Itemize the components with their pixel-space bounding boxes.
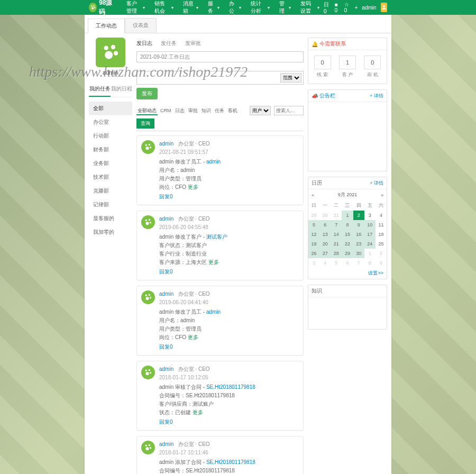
- cal-day[interactable]: 5: [331, 258, 342, 268]
- cal-day[interactable]: 18: [376, 230, 387, 239]
- cal-day[interactable]: 15: [342, 230, 353, 239]
- dept-item[interactable]: 技术部: [89, 170, 132, 184]
- cal-day[interactable]: 2: [353, 211, 364, 220]
- filter-tab[interactable]: CRM: [159, 107, 172, 114]
- feed-link[interactable]: 测试客户: [206, 234, 227, 240]
- filter-tab[interactable]: 审批: [187, 107, 199, 114]
- topnav-item[interactable]: 发码设置 ▾: [296, 0, 324, 18]
- dept-item[interactable]: 全部: [89, 102, 132, 115]
- kpi-item[interactable]: 0线 索: [314, 56, 331, 78]
- tab-work-feed[interactable]: 工作动态: [88, 19, 125, 33]
- cal-day[interactable]: 23: [353, 239, 364, 249]
- feed-user-link[interactable]: admin: [159, 441, 173, 447]
- cal-day[interactable]: 24: [364, 239, 376, 249]
- cal-day[interactable]: 28: [331, 249, 342, 258]
- dept-item[interactable]: 显客服的: [89, 212, 132, 225]
- cal-day[interactable]: 7: [353, 258, 364, 268]
- tab-dashboard[interactable]: 仪表盘: [125, 18, 157, 33]
- dept-item[interactable]: 我加零的: [89, 225, 132, 239]
- cal-day[interactable]: 3: [364, 211, 376, 220]
- cal-day[interactable]: 1: [364, 249, 376, 258]
- topnav-item[interactable]: 销售机会 ▾: [150, 0, 178, 18]
- topbar-indicator[interactable]: +: [354, 5, 358, 11]
- post-tab-log[interactable]: 发日志: [136, 40, 152, 47]
- cal-settings-link[interactable]: 设置>>: [368, 270, 383, 276]
- topbar-user[interactable]: admin: [362, 5, 376, 11]
- cal-day[interactable]: 29: [342, 249, 353, 258]
- feed-more-link[interactable]: 更多: [188, 334, 198, 340]
- cal-day[interactable]: 30: [353, 249, 364, 258]
- feed-user-link[interactable]: admin: [159, 216, 173, 222]
- cal-day[interactable]: 5: [308, 220, 319, 230]
- feed-link[interactable]: SE.Ht201801179818: [206, 459, 255, 465]
- cal-day[interactable]: 6: [342, 258, 353, 268]
- feed-reply-link[interactable]: 回复0: [159, 418, 298, 426]
- cal-day[interactable]: 26: [308, 249, 319, 258]
- cal-day[interactable]: 17: [364, 230, 376, 239]
- feed-reply-link[interactable]: 回复0: [159, 193, 298, 200]
- feed-avatar-icon[interactable]: [141, 441, 155, 454]
- user-avatar-icon[interactable]: [381, 3, 387, 12]
- feed-user-link[interactable]: admin: [159, 366, 173, 372]
- dept-item[interactable]: 业务部: [89, 157, 132, 170]
- cal-day[interactable]: 19: [308, 239, 319, 249]
- announce-tools[interactable]: + 详情: [370, 93, 383, 99]
- feed-avatar-icon[interactable]: [141, 215, 155, 229]
- cal-day[interactable]: 3: [308, 258, 319, 268]
- cal-day[interactable]: 25: [376, 239, 387, 249]
- cal-day[interactable]: 9: [353, 220, 364, 230]
- cal-day[interactable]: 1: [342, 211, 353, 220]
- switch-my-tasks[interactable]: 我的任务: [89, 82, 111, 97]
- feed-link[interactable]: admin: [206, 159, 221, 165]
- feed-link[interactable]: SE.Ht201801179818: [206, 384, 255, 390]
- cal-next[interactable]: »: [381, 193, 383, 198]
- dept-item[interactable]: 财务部: [89, 143, 132, 157]
- dept-item[interactable]: 办公室: [89, 115, 132, 129]
- publish-button[interactable]: 发布: [136, 88, 158, 99]
- cal-day[interactable]: 27: [319, 249, 331, 258]
- topbar-indicator[interactable]: ■ 0: [335, 2, 340, 13]
- cal-prev[interactable]: «: [312, 193, 314, 198]
- cal-day[interactable]: 13: [319, 230, 331, 239]
- subject-input[interactable]: [136, 51, 304, 62]
- feed-avatar-icon[interactable]: [141, 140, 155, 154]
- kpi-item[interactable]: 0商 机: [364, 56, 381, 78]
- topbar-indicator[interactable]: 日 0: [324, 1, 331, 14]
- user-avatar[interactable]: [96, 38, 125, 67]
- feed-more-link[interactable]: 更多: [208, 259, 219, 265]
- switch-my-schedule[interactable]: 我的日程: [111, 82, 132, 97]
- logo[interactable]: 98源码: [89, 0, 116, 16]
- feed-reply-link[interactable]: 回复0: [159, 343, 298, 351]
- topnav-item[interactable]: 办 公 ▾: [225, 0, 245, 18]
- topnav-item[interactable]: 客户管理 ▾: [122, 0, 150, 18]
- feed-avatar-icon[interactable]: [141, 366, 155, 379]
- feed-user-link[interactable]: admin: [159, 141, 173, 147]
- cal-day[interactable]: 29: [308, 211, 319, 220]
- post-tab-approval[interactable]: 发审批: [185, 40, 201, 47]
- topnav-item[interactable]: 统计分析 ▾: [246, 0, 274, 18]
- feed-user-link[interactable]: admin: [159, 291, 173, 297]
- cal-day[interactable]: 4: [319, 258, 331, 268]
- filter-tab[interactable]: 客机: [227, 107, 239, 114]
- range-select[interactable]: 范围: [280, 73, 301, 83]
- filter-tab[interactable]: 任务: [214, 107, 225, 114]
- cal-day[interactable]: 9: [376, 258, 387, 268]
- cal-day[interactable]: 31: [331, 211, 342, 220]
- filter-search-button[interactable]: 查询: [136, 118, 154, 129]
- topbar-indicator[interactable]: ☆ 0: [344, 2, 351, 13]
- feed-link[interactable]: admin: [206, 309, 221, 315]
- dept-item[interactable]: 克滕部: [89, 184, 132, 198]
- calendar-tools[interactable]: + 详情: [370, 180, 383, 187]
- feed-more-link[interactable]: 更多: [193, 409, 203, 415]
- cal-day[interactable]: 14: [331, 230, 342, 239]
- cal-day[interactable]: 22: [342, 239, 353, 249]
- cal-day[interactable]: 8: [364, 258, 376, 268]
- cal-day[interactable]: 21: [331, 239, 342, 249]
- feed-more-link[interactable]: 更多: [188, 184, 198, 190]
- dept-item[interactable]: 记律部: [89, 198, 132, 212]
- filter-search-input[interactable]: [274, 106, 304, 115]
- dept-item[interactable]: 行动部: [89, 129, 132, 143]
- cal-day[interactable]: 20: [319, 239, 331, 249]
- topnav-item[interactable]: 消息箱 ▾: [179, 0, 202, 18]
- cal-day[interactable]: 2: [376, 249, 387, 258]
